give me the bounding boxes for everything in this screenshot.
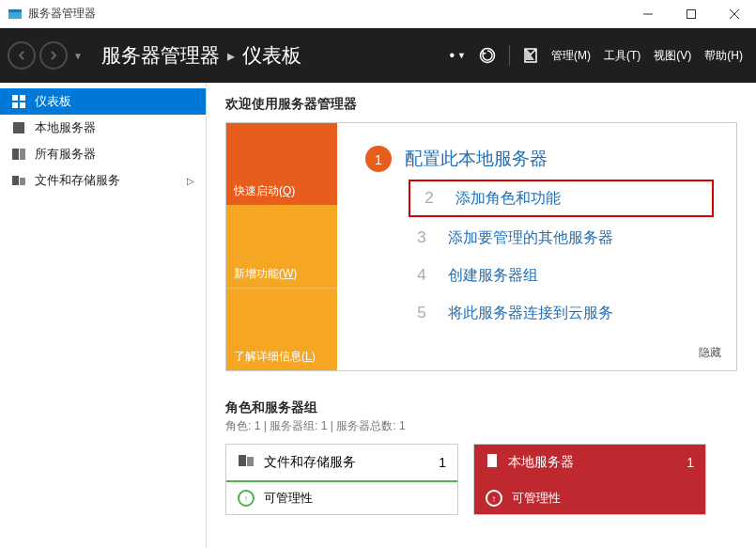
refresh-button[interactable] (479, 47, 496, 64)
side-tabs: 快速启动(Q) 新增功能(W) 了解详细信息(L) (226, 123, 337, 370)
task-number-icon: 4 (409, 262, 435, 289)
storage-icon (11, 173, 26, 188)
task-number-icon: 2 (416, 185, 442, 211)
menu-help[interactable]: 帮助(H) (704, 48, 743, 64)
tile-title: 文件和存储服务 (264, 454, 429, 471)
window-title: 服务器管理器 (28, 6, 626, 22)
menu-view[interactable]: 视图(V) (654, 48, 691, 64)
svg-rect-14 (12, 176, 19, 185)
sidebar-item-label: 所有服务器 (35, 146, 96, 163)
tile-header: 本地服务器 1 (474, 445, 705, 482)
task-label: 添加角色和功能 (455, 189, 561, 209)
tasks: 1 配置此本地服务器 2 添加角色和功能 3 添加要管理的其他服务器 4 创建服… (337, 123, 736, 370)
tile-count: 1 (439, 455, 446, 470)
servers-icon (11, 147, 26, 162)
tile-count: 1 (687, 455, 694, 470)
status-ok-icon: ↑ (238, 490, 255, 507)
notifications-icon[interactable] (523, 47, 538, 64)
app-icon (8, 7, 23, 22)
titlebar: 服务器管理器 (0, 0, 756, 28)
sidebar-item-label: 仪表板 (35, 93, 71, 110)
header-right: • ▼ 管理(M) 工具(T) 视图(V) 帮助(H) (449, 45, 756, 66)
nav-back-button[interactable] (8, 41, 36, 70)
svg-rect-1 (8, 9, 22, 12)
tiles: 文件和存储服务 1 ↑ 可管理性 本地服务器 1 ↑ 可管理性 (207, 444, 756, 515)
tab-learnmore[interactable]: 了解详细信息(L) (226, 288, 337, 370)
server-icon (11, 120, 26, 135)
task-add-roles[interactable]: 2 添加角色和功能 (409, 180, 714, 217)
tab-quickstart[interactable]: 快速启动(Q) (226, 123, 337, 205)
nav-forward-button[interactable] (39, 41, 68, 70)
tile-header: 文件和存储服务 1 (226, 445, 457, 482)
svg-rect-17 (247, 457, 254, 466)
main-content: 欢迎使用服务器管理器 快速启动(Q) 新增功能(W) 了解详细信息(L) 1 配… (207, 83, 756, 548)
dashboard-icon (11, 94, 26, 109)
welcome-title: 欢迎使用服务器管理器 (207, 83, 756, 122)
task-connect-cloud[interactable]: 5 将此服务器连接到云服务 (409, 294, 714, 332)
svg-rect-16 (239, 455, 246, 466)
header: ▼ 服务器管理器 ▸ 仪表板 • ▼ 管理(M) 工具(T) 视图(V) 帮助(… (0, 28, 756, 83)
chevron-right-icon: ▷ (187, 176, 194, 186)
close-button[interactable] (713, 0, 756, 28)
sidebar-item-label: 文件和存储服务 (35, 172, 120, 189)
separator (509, 45, 510, 66)
refresh-dropdown[interactable]: • ▼ (449, 47, 466, 64)
task-add-servers[interactable]: 3 添加要管理的其他服务器 (409, 219, 714, 257)
task-configure-server[interactable]: 1 配置此本地服务器 (365, 140, 714, 178)
sidebar-item-dashboard[interactable]: 仪表板 (0, 88, 206, 115)
task-number-icon: 3 (409, 225, 435, 251)
tile-local-server[interactable]: 本地服务器 1 ↑ 可管理性 (473, 444, 706, 515)
status-ok-icon: ↑ (486, 490, 502, 507)
sidebar: 仪表板 本地服务器 所有服务器 文件和存储服务 ▷ (0, 83, 207, 548)
maximize-button[interactable] (670, 0, 713, 28)
task-label: 创建服务器组 (448, 266, 538, 286)
svg-rect-12 (12, 149, 19, 160)
svg-rect-7 (12, 95, 18, 101)
menu-manage[interactable]: 管理(M) (551, 48, 591, 64)
hide-link[interactable]: 隐藏 (699, 345, 721, 361)
task-number-icon: 1 (365, 146, 392, 172)
nav-arrows: ▼ (0, 41, 90, 70)
svg-rect-10 (20, 102, 25, 108)
svg-rect-3 (687, 9, 696, 18)
sidebar-item-file-storage[interactable]: 文件和存储服务 ▷ (0, 167, 206, 194)
server-icon (486, 453, 499, 472)
tile-file-storage[interactable]: 文件和存储服务 1 ↑ 可管理性 (225, 444, 458, 515)
welcome-panel: 快速启动(Q) 新增功能(W) 了解详细信息(L) 1 配置此本地服务器 2 添… (225, 122, 737, 371)
breadcrumb-root[interactable]: 服务器管理器 (101, 42, 220, 69)
tile-row-manageability[interactable]: ↑ 可管理性 (474, 482, 705, 514)
nav-dropdown-icon[interactable]: ▼ (73, 51, 83, 61)
svg-rect-15 (20, 178, 25, 185)
tile-row-label: 可管理性 (264, 490, 313, 507)
breadcrumb-current: 仪表板 (242, 42, 301, 69)
body: 仪表板 本地服务器 所有服务器 文件和存储服务 ▷ 欢迎使用服务器管理器 快速启… (0, 83, 756, 548)
breadcrumb: 服务器管理器 ▸ 仪表板 (101, 42, 301, 69)
breadcrumb-separator-icon: ▸ (227, 47, 235, 65)
roles-section-title: 角色和服务器组 (207, 390, 756, 418)
tab-whatsnew[interactable]: 新增功能(W) (226, 205, 337, 287)
svg-rect-9 (12, 102, 18, 108)
svg-rect-18 (487, 454, 497, 467)
svg-rect-11 (13, 122, 24, 133)
minimize-button[interactable] (626, 0, 670, 28)
task-label: 添加要管理的其他服务器 (448, 228, 613, 248)
storage-icon (238, 453, 255, 472)
sidebar-item-label: 本地服务器 (35, 119, 96, 136)
task-label: 配置此本地服务器 (405, 147, 548, 171)
tile-row-manageability[interactable]: ↑ 可管理性 (226, 482, 457, 514)
task-label: 将此服务器连接到云服务 (448, 304, 613, 323)
svg-rect-13 (20, 149, 25, 160)
menu-tools[interactable]: 工具(T) (604, 48, 640, 64)
sidebar-item-all-servers[interactable]: 所有服务器 (0, 141, 206, 167)
sidebar-item-local-server[interactable]: 本地服务器 (0, 115, 206, 141)
task-create-group[interactable]: 4 创建服务器组 (409, 257, 714, 294)
tile-title: 本地服务器 (508, 454, 677, 471)
svg-rect-8 (20, 95, 25, 101)
roles-section-subtitle: 角色: 1 | 服务器组: 1 | 服务器总数: 1 (207, 418, 756, 444)
tile-row-label: 可管理性 (512, 490, 561, 507)
task-number-icon: 5 (409, 300, 435, 326)
